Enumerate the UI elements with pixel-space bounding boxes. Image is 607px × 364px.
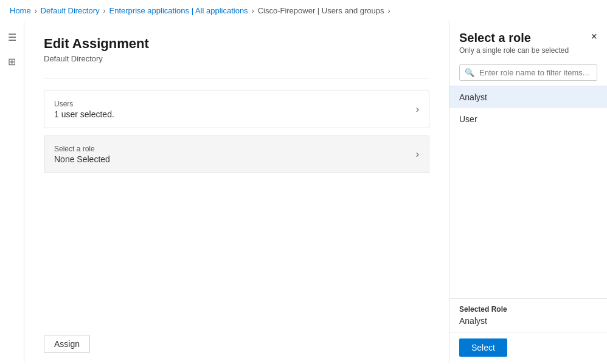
side-panel: Select a role Only a single role can be … [449, 21, 607, 363]
role-section-row[interactable]: Select a role None Selected › [44, 136, 429, 173]
role-section-content: Select a role None Selected [54, 145, 110, 164]
breadcrumb-cisco[interactable]: Cisco-Firepower | Users and groups [258, 6, 384, 15]
search-box: 🔍 [459, 64, 597, 81]
divider [44, 78, 429, 78]
users-section: Users 1 user selected. › [44, 91, 429, 128]
search-container: 🔍 [449, 60, 607, 86]
assign-button[interactable]: Assign [44, 335, 90, 353]
breadcrumb: Home › Default Directory › Enterprise ap… [0, 0, 607, 21]
role-label: Select a role [54, 145, 110, 153]
role-value: None Selected [54, 154, 110, 164]
selected-role-value: Analyst [459, 316, 597, 326]
side-panel-header: Select a role Only a single role can be … [449, 21, 607, 60]
page-subtitle: Default Directory [44, 54, 429, 63]
users-section-content: Users 1 user selected. [54, 100, 114, 119]
side-panel-title-group: Select a role Only a single role can be … [459, 31, 569, 55]
left-panel: Edit Assignment Default Directory Users … [24, 21, 449, 363]
search-icon: 🔍 [465, 68, 474, 77]
sidebar-icon-1[interactable]: ☰ [1, 26, 23, 48]
users-value: 1 user selected. [54, 109, 114, 119]
role-list: Analyst User [449, 86, 607, 298]
role-chevron-icon: › [416, 149, 419, 160]
sidebar-icons: ☰ ⊞ [0, 21, 24, 363]
side-panel-title: Select a role [459, 31, 569, 45]
role-item-user[interactable]: User [449, 108, 607, 130]
selected-role-section: Selected Role Analyst [449, 298, 607, 332]
users-section-row[interactable]: Users 1 user selected. › [44, 91, 429, 128]
breadcrumb-home[interactable]: Home [10, 6, 31, 15]
breadcrumb-sep-2: › [103, 7, 106, 15]
role-section: Select a role None Selected › [44, 136, 429, 173]
side-panel-subtitle: Only a single role can be selected [459, 46, 569, 55]
page-title: Edit Assignment [44, 36, 429, 52]
breadcrumb-sep-3: › [252, 7, 254, 15]
side-panel-close-button[interactable]: × [591, 31, 597, 42]
breadcrumb-sep-4: › [387, 7, 390, 15]
sidebar-icon-2[interactable]: ⊞ [1, 50, 23, 72]
selected-role-label: Selected Role [459, 305, 597, 314]
users-chevron-icon: › [416, 104, 419, 115]
users-label: Users [54, 100, 114, 108]
breadcrumb-default-directory[interactable]: Default Directory [41, 6, 100, 15]
breadcrumb-enterprise-apps[interactable]: Enterprise applications | All applicatio… [109, 6, 248, 15]
role-item-analyst[interactable]: Analyst [449, 86, 607, 108]
breadcrumb-sep-1: › [35, 7, 37, 15]
select-button[interactable]: Select [459, 338, 507, 357]
search-input[interactable] [479, 68, 592, 77]
select-button-container: Select [449, 332, 607, 363]
